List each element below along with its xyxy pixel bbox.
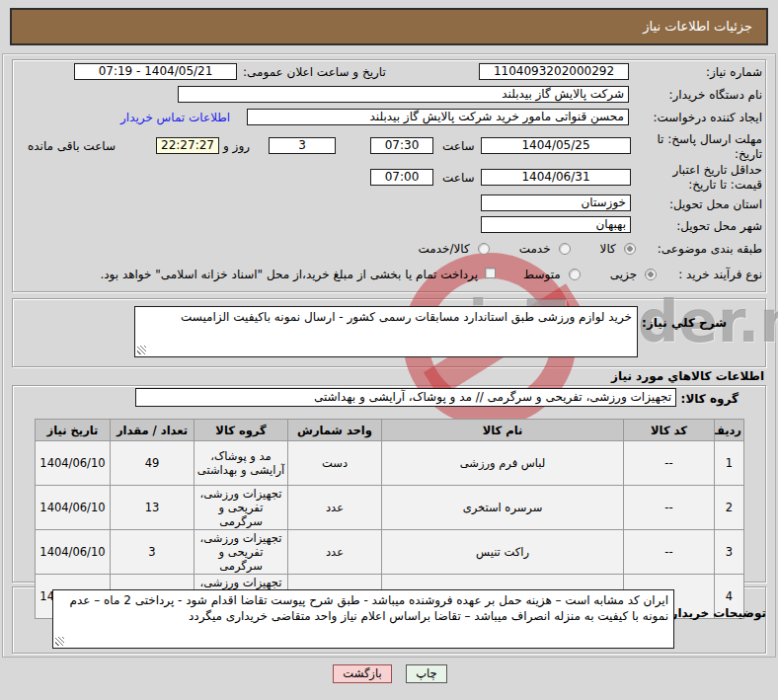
table-cell: -- [624, 486, 715, 530]
radio-option[interactable]: خدمت [519, 242, 571, 256]
table-cell: لباس فرم ورزشی [382, 441, 624, 486]
table-cell: عدد [288, 530, 382, 575]
description-textarea[interactable]: خرید لوازم ورزشی طبق استاندارد مسابقات ر… [134, 306, 638, 357]
buyer-notes-textarea[interactable]: ایران کد مشابه است – هزینه حمل بر عهده ف… [52, 589, 674, 649]
table-cell: 1404/06/10 [36, 441, 111, 486]
radio-label: متوسط [523, 268, 561, 281]
deadline-time-field[interactable]: 07:30 [370, 137, 433, 154]
resize-handle-icon[interactable] [55, 637, 64, 646]
back-button[interactable]: بازگشت [333, 664, 392, 683]
radio-icon[interactable] [645, 269, 657, 280]
table-cell: دست [288, 441, 382, 486]
page-title: جزئیات اطلاعات نیاز [10, 8, 768, 45]
description-text: خرید لوازم ورزشی طبق استاندارد مسابقات ر… [181, 310, 632, 324]
price-validity-hour-label: ساعت [442, 171, 475, 186]
print-button[interactable]: چاپ [406, 664, 447, 683]
buyer-contact-link[interactable]: اطلاعات تماس خریدار [120, 111, 230, 124]
radio-option[interactable]: کالا [600, 242, 636, 256]
price-validity-time-field[interactable]: 07:00 [370, 169, 433, 186]
table-cell: عدد [288, 486, 382, 530]
radio-option[interactable]: کالا/خدمت [418, 242, 489, 256]
table-cell: تجهیزات ورزشی، تفریحی و سرگرمی [194, 486, 288, 530]
creator-field[interactable]: محسن قنواتی مامور خرید شرکت پالایش گاز ب… [247, 109, 629, 125]
table-cell: 2 [715, 486, 744, 530]
table-cell: 1404/06/10 [36, 530, 111, 575]
remaining-days-field[interactable]: 3 [269, 137, 336, 154]
deadline-date-field[interactable]: 1404/05/25 [481, 137, 631, 154]
buyer-org-field[interactable]: شرکت پالایش گاز بیدبلند [178, 86, 629, 103]
need-number-label: شماره نیاز: [706, 65, 762, 80]
table-row: 2--سرسره استخریعددتجهیزات ورزشی، تفریحی … [36, 486, 744, 530]
classification-row: طبقه بندی موضوعی: کالاخدمتکالا/خدمت [418, 242, 762, 256]
table-header-cell: ردیف [715, 420, 744, 441]
radio-option[interactable]: جزیی [610, 268, 657, 281]
treasury-checkbox-label: پرداخت تمام یا بخشی از مبلغ خرید،از محل … [100, 268, 478, 281]
process-type-radio-group: جزییمتوسط [523, 268, 657, 281]
buyer-notes-text: ایران کد مشابه است – هزینه حمل بر عهده ف… [69, 593, 668, 623]
table-cell: -- [624, 530, 715, 575]
deadline-hour-label: ساعت [442, 139, 475, 154]
province-label: استان محل تحویل: [669, 197, 762, 212]
province-field[interactable]: خوزستان [481, 194, 631, 211]
table-cell: 1404/06/10 [36, 486, 111, 530]
treasury-checkbox-icon[interactable] [485, 268, 496, 278]
table-header-cell: تعداد / مقدار [111, 420, 194, 441]
hours-remaining-label: ساعت باقی مانده [28, 139, 116, 154]
resize-handle-icon[interactable] [137, 346, 146, 354]
classification-label: طبقه بندی موضوعی: [658, 242, 762, 256]
table-cell: راکت تنیس [382, 530, 624, 575]
description-label: شرح کلي نیاز: [642, 316, 727, 331]
buyer-notes-label: توضیحات خریدار: [666, 606, 766, 621]
radio-icon[interactable] [478, 243, 490, 255]
process-type-row: نوع فرآیند خرید : جزییمتوسط پرداخت تمام … [100, 268, 762, 281]
table-cell: 49 [111, 441, 194, 486]
table-cell: 3 [715, 530, 744, 575]
table-cell: 3 [111, 530, 194, 575]
process-type-label: نوع فرآیند خرید : [678, 268, 762, 281]
goods-group-field[interactable]: تجهیزات ورزشی، تفریحی و سرگرمی // مد و پ… [135, 388, 676, 407]
radio-icon[interactable] [559, 243, 571, 255]
table-cell: سرسره استخری [382, 486, 624, 530]
radio-icon[interactable] [569, 269, 581, 280]
countdown-field: 22:27:27 [156, 137, 219, 154]
radio-label: کالا/خدمت [418, 242, 469, 256]
city-field[interactable]: بهبهان [481, 216, 631, 233]
creator-label: ایجاد کننده درخواست: [653, 111, 762, 125]
radio-icon[interactable] [624, 243, 636, 255]
announce-datetime-label: تاریخ و ساعت اعلان عمومی: [243, 65, 386, 80]
table-header-cell: گروه کالا [194, 420, 288, 441]
table-header-cell: نام کالا [382, 420, 624, 441]
table-header-cell: تاریخ نیاز [36, 420, 111, 441]
radio-label: خدمت [519, 242, 551, 256]
table-cell: -- [624, 441, 715, 486]
table-cell: مد و پوشاک، آرایشی و بهداشتی [194, 441, 288, 486]
treasury-checkbox-item[interactable]: پرداخت تمام یا بخشی از مبلغ خرید،از محل … [100, 268, 496, 281]
table-cell: 1 [715, 441, 744, 486]
need-number-field[interactable]: 1104093202000292 [479, 63, 629, 80]
table-row: 1--لباس فرم ورزشیدستمد و پوشاک، آرایشی و… [36, 441, 744, 486]
price-validity-date-field[interactable]: 1404/06/31 [481, 169, 631, 186]
table-cell: تجهیزات ورزشی، تفریحی و سرگرمی [194, 530, 288, 575]
days-and-label: روز و [223, 139, 250, 154]
need-details-page: جزئیات اطلاعات نیاز riaTender.neT شماره … [0, 0, 778, 700]
table-header-row: ردیفکد کالانام کالاواحد شمارشگروه کالاتع… [36, 420, 744, 441]
table-header-cell: کد کالا [624, 420, 715, 441]
table-header-cell: واحد شمارش [288, 420, 382, 441]
table-cell: 13 [111, 486, 194, 530]
deadline-label: مهلت ارسال پاسخ: تا تاریخ: [642, 132, 762, 162]
goods-section-heading: اطلاعات کالاهاي مورد نیاز [611, 369, 764, 383]
radio-option[interactable]: متوسط [523, 268, 581, 281]
price-validity-label: حداقل تاریخ اعتبار قیمت: تا تاریخ: [642, 163, 762, 193]
goods-group-label: گروه کالا: [681, 392, 739, 407]
announce-datetime-field[interactable]: 1404/05/21 - 07:19 [74, 63, 237, 80]
classification-radio-group: کالاخدمتکالا/خدمت [418, 242, 635, 256]
radio-label: کالا [600, 242, 616, 256]
buyer-org-label: نام دستگاه خریدار: [669, 88, 763, 103]
table-row: 3--راکت تنیسعددتجهیزات ورزشی، تفریحی و س… [36, 530, 744, 575]
city-label: شهر محل تحویل: [676, 219, 762, 234]
radio-label: جزیی [610, 268, 637, 281]
